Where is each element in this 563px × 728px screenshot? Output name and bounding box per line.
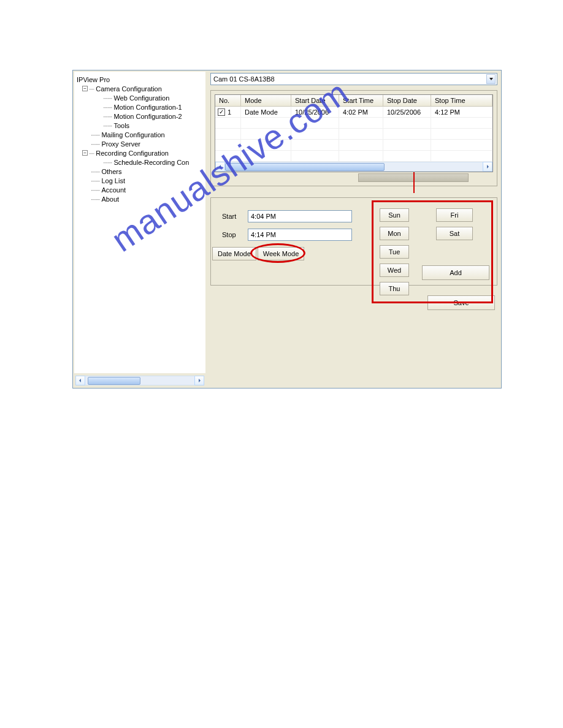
- tree-camera-config[interactable]: − ···· Camera Configuration: [76, 84, 204, 93]
- cell-starttime: 4:02 PM: [339, 107, 383, 118]
- col-startdate[interactable]: Start Date: [291, 95, 339, 107]
- cell-no: 1: [228, 108, 231, 116]
- grid-scrollbar[interactable]: [215, 162, 492, 172]
- table-row: [215, 151, 492, 162]
- cell-stopdate: 10/25/2006: [383, 107, 431, 118]
- left-panel: IPView Pro − ···· Camera Configuration ·…: [73, 70, 207, 388]
- callout-line: [413, 172, 415, 193]
- table-row: [215, 129, 492, 140]
- col-mode[interactable]: Mode: [241, 95, 291, 107]
- tree-scrollbar[interactable]: [75, 376, 204, 385]
- cell-mode: Date Mode: [241, 107, 291, 118]
- collapse-icon[interactable]: −: [82, 150, 88, 156]
- day-mon-button[interactable]: Mon: [380, 227, 409, 240]
- col-starttime[interactable]: Start Time: [339, 95, 383, 107]
- tree-mailing[interactable]: ·······Mailing Configuration: [76, 130, 204, 139]
- scroll-right-icon[interactable]: [483, 162, 492, 172]
- right-panel: Cam 01 CS-8A13B8 No. Mode Start Date Sta…: [207, 70, 501, 388]
- tree-others[interactable]: ·······Others: [76, 167, 204, 176]
- week-mode-button[interactable]: Week Mode: [258, 247, 305, 260]
- dropdown-arrow-icon[interactable]: [486, 74, 496, 84]
- schedule-grid-panel: No. Mode Start Date Start Time Stop Date…: [210, 90, 497, 186]
- day-fri-button[interactable]: Fri: [436, 208, 473, 222]
- camera-select-value: Cam 01 CS-8A13B8: [212, 75, 486, 83]
- mode-buttons: Date Mode Week Mode: [212, 247, 492, 260]
- start-label: Start: [216, 213, 248, 220]
- tree-proxy[interactable]: ·······Proxy Server: [76, 139, 204, 148]
- tree-web-config[interactable]: ·······Web Configuration: [76, 93, 204, 102]
- start-input[interactable]: [248, 210, 352, 222]
- day-wed-button[interactable]: Wed: [380, 264, 409, 277]
- cell-stoptime: 4:12 PM: [431, 107, 492, 118]
- table-row: [215, 118, 492, 129]
- tree-tools[interactable]: ·······Tools: [76, 121, 204, 130]
- scroll-left-icon[interactable]: [75, 376, 85, 385]
- table-row: [215, 140, 492, 151]
- stop-input[interactable]: [248, 229, 352, 241]
- tree-loglist[interactable]: ·······Log List: [76, 176, 204, 185]
- tree-about[interactable]: ·······About: [76, 194, 204, 203]
- col-no[interactable]: No.: [215, 95, 241, 107]
- tree-schedule-recording[interactable]: ·······Schedule-Recording Con: [76, 157, 204, 167]
- table-row[interactable]: ✓ 1 Date Mode 10/25/2006 4:02 PM 10/25/2…: [215, 107, 492, 118]
- scroll-left-icon[interactable]: [215, 162, 225, 172]
- schedule-grid: No. Mode Start Date Start Time Stop Date…: [215, 94, 493, 172]
- day-thu-button[interactable]: Thu: [380, 282, 409, 295]
- grid-body: ✓ 1 Date Mode 10/25/2006 4:02 PM 10/25/2…: [215, 107, 492, 162]
- tree-recording[interactable]: − ···· Recording Configuration: [76, 148, 204, 157]
- grid-header: No. Mode Start Date Start Time Stop Date…: [215, 95, 492, 107]
- col-stopdate[interactable]: Stop Date: [383, 95, 431, 107]
- scroll-thumb[interactable]: [225, 163, 385, 171]
- day-sat-button[interactable]: Sat: [436, 227, 473, 240]
- app-window: IPView Pro − ···· Camera Configuration ·…: [72, 70, 502, 389]
- cell-startdate: 10/25/2006: [291, 107, 339, 118]
- scroll-thumb[interactable]: [88, 377, 140, 385]
- date-mode-button[interactable]: Date Mode: [212, 247, 256, 260]
- tree-motion-1[interactable]: ·······Motion Configuration-1: [76, 102, 204, 112]
- tree-motion-2[interactable]: ·······Motion Configuration-2: [76, 112, 204, 121]
- tree-account[interactable]: ·······Account: [76, 185, 204, 194]
- tree-root[interactable]: IPView Pro: [76, 75, 204, 84]
- config-tree: IPView Pro − ···· Camera Configuration ·…: [74, 72, 205, 373]
- scroll-right-icon[interactable]: [194, 376, 204, 385]
- day-sun-button[interactable]: Sun: [380, 208, 409, 222]
- camera-select[interactable]: Cam 01 CS-8A13B8: [210, 73, 497, 85]
- col-stoptime[interactable]: Stop Time: [431, 95, 492, 107]
- stop-label: Stop: [216, 231, 248, 238]
- collapse-icon[interactable]: −: [82, 86, 88, 91]
- row-checkbox[interactable]: ✓: [218, 108, 225, 116]
- time-days-panel: Start Stop Sun Fri Mon Sat Tue Wed Thu: [210, 197, 497, 286]
